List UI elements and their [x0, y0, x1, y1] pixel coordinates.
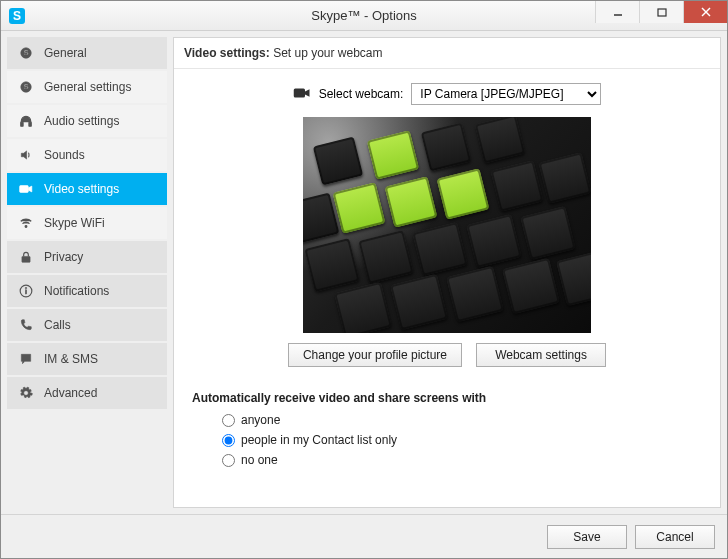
- change-profile-picture-button[interactable]: Change your profile picture: [288, 343, 462, 367]
- content-body: Select webcam: IP Camera [JPEG/MJPEG]: [174, 69, 720, 507]
- sidebar-item-label: IM & SMS: [44, 352, 98, 366]
- skype-icon: S: [18, 79, 34, 95]
- svg-point-15: [25, 287, 27, 289]
- content-header-title: Video settings:: [184, 46, 270, 60]
- auto-receive-title: Automatically receive video and share sc…: [192, 391, 702, 405]
- sidebar-item-audio-settings[interactable]: Audio settings: [7, 105, 167, 137]
- svg-rect-16: [293, 89, 304, 98]
- save-button[interactable]: Save: [547, 525, 627, 549]
- sidebar-item-notifications[interactable]: Notifications: [7, 275, 167, 307]
- close-button[interactable]: [683, 1, 727, 23]
- webcam-settings-button[interactable]: Webcam settings: [476, 343, 606, 367]
- auto-receive-radio-group: anyone people in my Contact list only no…: [192, 413, 702, 467]
- lock-icon: [18, 249, 34, 265]
- maximize-button[interactable]: [639, 1, 683, 23]
- info-icon: [18, 283, 34, 299]
- sidebar-item-label: General: [44, 46, 87, 60]
- sidebar: SGeneralSGeneral settingsAudio settingsS…: [7, 37, 167, 508]
- content-header-subtitle: Set up your webcam: [270, 46, 383, 60]
- footer: Save Cancel: [1, 514, 727, 558]
- radio-contacts-input[interactable]: [222, 434, 235, 447]
- camera-icon: [293, 87, 311, 101]
- svg-text:S: S: [24, 49, 29, 56]
- radio-anyone[interactable]: anyone: [222, 413, 702, 427]
- speaker-icon: [18, 147, 34, 163]
- sidebar-item-video-settings[interactable]: Video settings: [7, 173, 167, 205]
- skype-icon: S: [18, 45, 34, 61]
- svg-rect-9: [29, 122, 31, 126]
- sidebar-item-calls[interactable]: Calls: [7, 309, 167, 341]
- preview-buttons: Change your profile picture Webcam setti…: [192, 343, 702, 367]
- svg-rect-1: [658, 9, 666, 16]
- window-body: SGeneralSGeneral settingsAudio settingsS…: [1, 31, 727, 514]
- sidebar-item-label: Advanced: [44, 386, 97, 400]
- content-header: Video settings: Set up your webcam: [174, 38, 720, 69]
- webcam-preview: [303, 117, 591, 333]
- chat-icon: [18, 351, 34, 367]
- sidebar-item-label: General settings: [44, 80, 131, 94]
- wifi-icon: [18, 215, 34, 231]
- radio-anyone-input[interactable]: [222, 414, 235, 427]
- webcam-select-row: Select webcam: IP Camera [JPEG/MJPEG]: [192, 83, 702, 105]
- sidebar-item-label: Video settings: [44, 182, 119, 196]
- sidebar-item-skype-wifi[interactable]: Skype WiFi: [7, 207, 167, 239]
- content-panel: Video settings: Set up your webcam Selec…: [173, 37, 721, 508]
- phone-icon: [18, 317, 34, 333]
- minimize-button[interactable]: [595, 1, 639, 23]
- skype-app-icon: S: [9, 8, 25, 24]
- cancel-button[interactable]: Cancel: [635, 525, 715, 549]
- sidebar-item-general[interactable]: SGeneral: [7, 37, 167, 69]
- sidebar-item-privacy[interactable]: Privacy: [7, 241, 167, 273]
- svg-point-11: [25, 226, 27, 228]
- options-window: S Skype™ - Options SGeneralSGeneral sett…: [0, 0, 728, 559]
- svg-rect-8: [21, 122, 23, 126]
- select-webcam-label: Select webcam:: [319, 87, 404, 101]
- sidebar-item-label: Notifications: [44, 284, 109, 298]
- sidebar-item-label: Privacy: [44, 250, 83, 264]
- gear-icon: [18, 385, 34, 401]
- titlebar: S Skype™ - Options: [1, 1, 727, 31]
- sidebar-item-general-settings[interactable]: SGeneral settings: [7, 71, 167, 103]
- radio-contacts[interactable]: people in my Contact list only: [222, 433, 702, 447]
- svg-text:S: S: [24, 83, 29, 90]
- webcam-select[interactable]: IP Camera [JPEG/MJPEG]: [411, 83, 601, 105]
- sidebar-item-im-sms[interactable]: IM & SMS: [7, 343, 167, 375]
- svg-rect-14: [25, 290, 26, 294]
- sidebar-item-sounds[interactable]: Sounds: [7, 139, 167, 171]
- sidebar-item-label: Audio settings: [44, 114, 119, 128]
- headphones-icon: [18, 113, 34, 129]
- radio-noone-input[interactable]: [222, 454, 235, 467]
- sidebar-item-label: Calls: [44, 318, 71, 332]
- sidebar-item-label: Skype WiFi: [44, 216, 105, 230]
- svg-rect-12: [22, 256, 30, 262]
- radio-noone[interactable]: no one: [222, 453, 702, 467]
- sidebar-item-label: Sounds: [44, 148, 85, 162]
- webcam-preview-wrap: [192, 117, 702, 333]
- window-controls: [595, 1, 727, 30]
- camera-icon: [18, 181, 34, 197]
- sidebar-item-advanced[interactable]: Advanced: [7, 377, 167, 409]
- svg-rect-10: [20, 186, 29, 193]
